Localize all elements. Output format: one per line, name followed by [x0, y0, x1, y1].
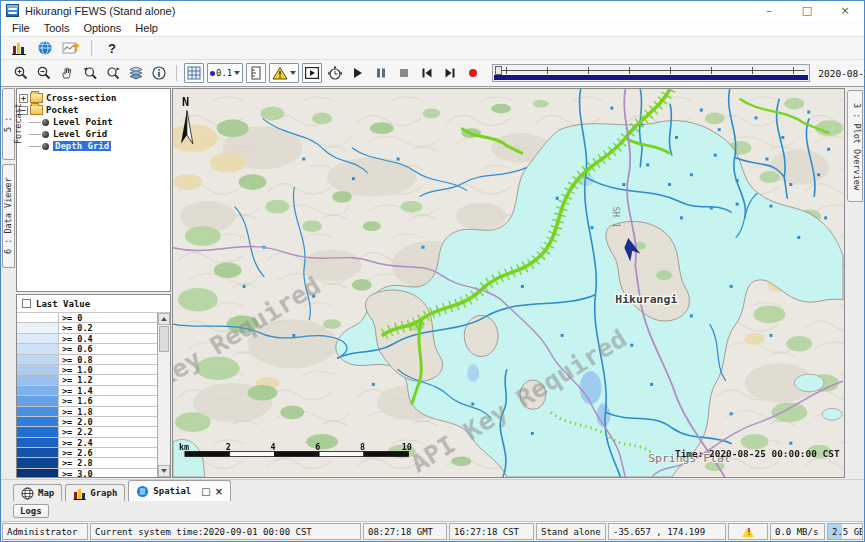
- time-slider-thumb[interactable]: [495, 66, 502, 75]
- legend-color-swatch: [17, 417, 59, 426]
- scrollbar-thumb[interactable]: [159, 326, 169, 352]
- map-toolbar: 0.1: [1, 60, 864, 87]
- zoom-next-icon[interactable]: [103, 63, 123, 83]
- folder-icon: [30, 105, 43, 115]
- zoom-in-icon[interactable]: [11, 63, 31, 83]
- legend-row[interactable]: >= 1.0: [17, 365, 157, 375]
- stop-button[interactable]: [394, 63, 414, 83]
- help-button[interactable]: ?: [102, 38, 122, 58]
- interval-value: 0.1: [216, 68, 232, 78]
- status-local-time: 16:27:18 CST: [449, 523, 534, 540]
- tree-item-pocket[interactable]: Pocket: [19, 104, 168, 116]
- legend-color-swatch: [17, 344, 59, 353]
- tree-guide: [29, 146, 41, 147]
- scale-unit-label: km: [179, 442, 189, 452]
- tab-data-viewer[interactable]: 6 : Data Viewer: [2, 164, 15, 268]
- layers-icon[interactable]: [126, 63, 146, 83]
- menu-tools[interactable]: Tools: [37, 21, 77, 35]
- status-memory: 2.5 GB: [827, 523, 863, 540]
- time-slider-range-bar: [494, 75, 808, 80]
- legend-row[interactable]: >= 2.0: [17, 417, 157, 427]
- map-view[interactable]: SH 1 Hikurangi Springs Flat API Key Requ…: [172, 88, 845, 478]
- legend-color-swatch: [17, 313, 59, 322]
- scroll-down-button[interactable]: [158, 465, 170, 477]
- zoom-out-icon[interactable]: [34, 63, 54, 83]
- tree-item-level-grid[interactable]: Level Grid: [19, 128, 168, 140]
- tab-map[interactable]: Map: [13, 484, 62, 501]
- status-user: Administrator: [2, 523, 88, 540]
- blue-globe-icon: [136, 485, 149, 498]
- legend-color-swatch: [17, 355, 59, 364]
- pan-hand-icon[interactable]: [57, 63, 77, 83]
- class-break-dropdown[interactable]: 0.1: [207, 63, 243, 83]
- warnings-dropdown[interactable]: [269, 63, 299, 83]
- status-coordinates: -35.657 , 174.199: [608, 523, 726, 540]
- spatial-display-icon[interactable]: [61, 38, 81, 58]
- scroll-up-button[interactable]: [158, 313, 170, 325]
- legend-row[interactable]: >= 1.2: [17, 375, 157, 385]
- menu-file[interactable]: File: [5, 21, 37, 35]
- menu-help[interactable]: Help: [128, 21, 165, 35]
- tree-item-label: Depth Grid: [53, 141, 111, 151]
- tree-item-cross-section[interactable]: Cross-section: [19, 92, 168, 104]
- time-slider[interactable]: [492, 64, 810, 82]
- tree-item-level-point[interactable]: Level Point: [19, 116, 168, 128]
- layer-tree: Cross-section Pocket Level Point Level G…: [16, 88, 171, 292]
- skip-to-start-button[interactable]: [417, 63, 437, 83]
- tab-spatial[interactable]: Spatial □ ×: [128, 480, 231, 501]
- window-title: Hikurangi FEWS (Stand alone): [25, 5, 175, 17]
- pause-button[interactable]: [371, 63, 391, 83]
- tab-forecast[interactable]: 5 : Forecast: [2, 88, 15, 160]
- info-icon[interactable]: [149, 63, 169, 83]
- status-warning[interactable]: [728, 523, 768, 540]
- last-value-checkbox[interactable]: [22, 299, 31, 308]
- right-dock-strip: 3 : Plot Overview: [845, 87, 864, 479]
- close-button[interactable]: ×: [826, 2, 864, 20]
- legend-row[interactable]: >= 3.0: [17, 469, 157, 477]
- zoom-previous-icon[interactable]: [80, 63, 100, 83]
- legend-row[interactable]: >= 1.6: [17, 396, 157, 406]
- tab-graph[interactable]: Graph: [65, 484, 125, 501]
- legend-value-label: >= 0.4: [59, 334, 157, 343]
- maximize-panel-icon[interactable]: □: [201, 486, 210, 497]
- legend-row[interactable]: >= 1.4: [17, 386, 157, 396]
- scrollbar-track[interactable]: [158, 353, 170, 465]
- legend-value-label: >= 0: [59, 313, 157, 322]
- legend-color-swatch: [17, 386, 59, 395]
- record-button[interactable]: [463, 63, 483, 83]
- ruler-button[interactable]: [246, 63, 266, 83]
- legend-row[interactable]: >= 2.8: [17, 458, 157, 468]
- legend-row[interactable]: >= 0.4: [17, 334, 157, 344]
- menu-options[interactable]: Options: [76, 21, 128, 35]
- play-button[interactable]: [348, 63, 368, 83]
- legend-value-label: >= 2.8: [59, 458, 157, 467]
- legend-color-swatch: [17, 365, 59, 374]
- legend-row[interactable]: >= 2.4: [17, 438, 157, 448]
- close-panel-icon[interactable]: ×: [215, 486, 223, 497]
- logs-button[interactable]: Logs: [13, 504, 49, 518]
- minimize-button[interactable]: –: [750, 2, 788, 20]
- chevron-down-icon: [234, 71, 240, 75]
- skip-to-end-button[interactable]: [440, 63, 460, 83]
- legend-row[interactable]: >= 2.6: [17, 448, 157, 458]
- animation-settings-icon[interactable]: [325, 63, 345, 83]
- legend-row[interactable]: >= 0.2: [17, 323, 157, 333]
- maximize-button[interactable]: □: [788, 2, 826, 20]
- map-display-icon[interactable]: [35, 38, 55, 58]
- map-canvas[interactable]: SH 1 Hikurangi Springs Flat API Key Requ…: [173, 89, 844, 477]
- legend-row[interactable]: >= 2.2: [17, 427, 157, 437]
- legend-table: >= 0>= 0.2>= 0.4>= 0.6>= 0.8>= 1.0>= 1.2…: [17, 313, 157, 477]
- expand-icon[interactable]: [19, 94, 28, 103]
- legend-row[interactable]: >= 0: [17, 313, 157, 323]
- legend-row[interactable]: >= 0.8: [17, 355, 157, 365]
- bottom-tab-bar: Map Graph Spatial □ ×: [1, 479, 864, 501]
- tree-item-depth-grid[interactable]: Depth Grid: [19, 140, 168, 152]
- legend-value-label: >= 1.6: [59, 396, 157, 405]
- legend-row[interactable]: >= 1.8: [17, 407, 157, 417]
- animation-window-button[interactable]: [302, 63, 322, 83]
- grid-display-button[interactable]: [184, 63, 204, 83]
- legend-scrollbar[interactable]: [157, 313, 170, 477]
- legend-row[interactable]: >= 0.6: [17, 344, 157, 354]
- database-display-icon[interactable]: [9, 38, 29, 58]
- tab-plot-overview[interactable]: 3 : Plot Overview: [847, 90, 863, 202]
